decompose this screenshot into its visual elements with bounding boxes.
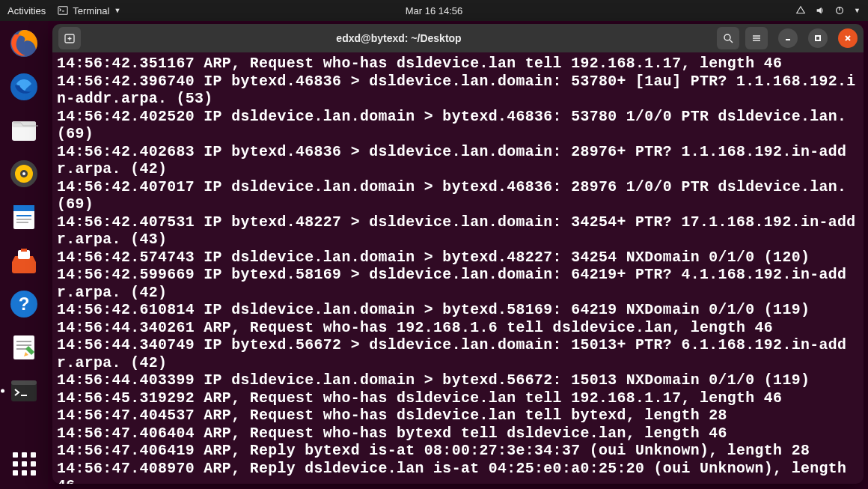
top-panel: Activities Terminal ▼ Mar 16 14:56 ▼ (0, 0, 868, 21)
writer-icon[interactable] (7, 201, 40, 234)
power-icon[interactable] (834, 5, 845, 16)
show-apps-button[interactable] (7, 447, 40, 480)
chevron-down-icon: ▼ (114, 7, 120, 14)
clock[interactable]: Mar 16 14:56 (406, 5, 463, 16)
svg-rect-17 (21, 249, 27, 252)
app-menu-label: Terminal (73, 5, 109, 16)
svg-rect-6 (12, 121, 36, 127)
firefox-icon[interactable] (7, 27, 40, 60)
svg-line-28 (730, 40, 733, 43)
svg-rect-12 (13, 205, 34, 211)
search-button[interactable] (717, 27, 739, 49)
terminal-output[interactable]: 14:56:42.351167 ARP, Request who-has dsl… (52, 52, 864, 484)
svg-rect-0 (58, 7, 67, 15)
minimize-button[interactable] (778, 28, 798, 48)
svg-point-10 (22, 172, 25, 175)
maximize-button[interactable] (808, 28, 828, 48)
thunderbird-icon[interactable] (7, 70, 40, 103)
texteditor-icon[interactable] (7, 331, 40, 364)
rhythmbox-icon[interactable] (7, 157, 40, 190)
software-icon[interactable] (7, 244, 40, 277)
files-icon[interactable] (7, 114, 40, 147)
terminal-small-icon (58, 5, 68, 16)
svg-rect-33 (816, 36, 820, 40)
window-title: edxd@bytexd: ~/Desktop (87, 32, 711, 44)
svg-rect-20 (13, 335, 34, 359)
close-button[interactable] (838, 28, 858, 48)
chevron-down-icon: ▼ (854, 7, 861, 14)
svg-text:?: ? (19, 294, 30, 314)
svg-rect-25 (11, 380, 37, 385)
menu-button[interactable] (745, 27, 768, 49)
app-menu[interactable]: Terminal ▼ (58, 5, 120, 16)
activities-button[interactable]: Activities (7, 5, 46, 16)
volume-icon[interactable] (815, 5, 825, 16)
titlebar[interactable]: edxd@bytexd: ~/Desktop (52, 24, 864, 52)
help-icon[interactable]: ? (7, 288, 40, 321)
svg-point-27 (724, 34, 730, 40)
network-icon[interactable] (795, 5, 806, 16)
terminal-icon[interactable] (7, 374, 40, 407)
dock: ? (0, 21, 48, 489)
new-tab-button[interactable] (58, 27, 81, 49)
terminal-window: edxd@bytexd: ~/Desktop 14:56:42.351167 A… (52, 24, 864, 484)
